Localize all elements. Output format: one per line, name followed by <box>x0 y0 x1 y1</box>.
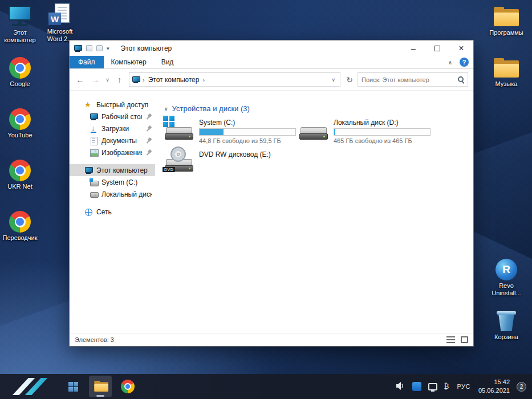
this-pc-icon <box>2 2 38 27</box>
refresh-button[interactable] <box>343 72 356 87</box>
breadcrumb-separator-icon <box>143 76 145 83</box>
up-button[interactable] <box>112 72 127 87</box>
folder-icon <box>488 2 525 27</box>
system-tray: ₿ РУС 15:42 05.06.2021 2 <box>395 378 529 395</box>
drive-tile-local-d[interactable]: Локальный диск (D:) 465 ГБ свободно из 4… <box>299 118 430 144</box>
desktop-icon-programs[interactable]: Программы <box>488 2 525 36</box>
search-box[interactable] <box>358 72 468 87</box>
desktop-icon-music[interactable]: Музыка <box>488 54 525 88</box>
status-bar: Элементов: 3 <box>70 333 473 346</box>
clock-time: 15:42 <box>478 378 510 386</box>
capacity-bar <box>199 128 296 136</box>
desktop-icon-youtube[interactable]: YouTube <box>2 105 38 139</box>
chrome-icon <box>2 156 38 181</box>
tab-view[interactable]: Вид <box>154 56 181 68</box>
quick-access-toolbar <box>74 44 109 52</box>
sidebar-item-drive-d[interactable]: Локальный диск (D:) <box>70 188 155 200</box>
items-count: Элементов: 3 <box>75 336 114 343</box>
desktop-icon <box>90 113 98 121</box>
pin-icon <box>144 148 153 157</box>
back-button[interactable] <box>73 72 87 87</box>
file-list: Устройства и диски (3) System (C:) 44,8 … <box>155 91 473 333</box>
this-pc-icon <box>84 166 93 174</box>
sidebar-item-drive-c[interactable]: System (C:) <box>70 176 155 188</box>
qat-customize-icon[interactable] <box>107 46 109 51</box>
sidebar-item-pictures[interactable]: Изображения <box>70 146 155 158</box>
minimize-button[interactable] <box>401 40 425 56</box>
chrome-icon <box>2 105 38 130</box>
group-collapse-icon[interactable] <box>164 106 168 112</box>
word-icon <box>42 1 78 26</box>
revo-icon <box>488 255 525 280</box>
desktop-icon-this-pc[interactable]: Этот компьютер <box>2 2 38 44</box>
sidebar-item-desktop[interactable]: Рабочий стол <box>70 111 155 123</box>
chrome-icon <box>2 207 38 233</box>
system-drive-icon <box>164 118 195 144</box>
maximize-icon <box>434 46 440 51</box>
drive-tile-system-c[interactable]: System (C:) 44,8 ГБ свободно из 59,5 ГБ <box>164 118 295 144</box>
desktop-icon-google[interactable]: Google <box>2 54 38 88</box>
explorer-folder-icon <box>94 381 107 392</box>
recent-locations-icon[interactable] <box>104 72 111 87</box>
pin-icon <box>144 124 153 133</box>
desktop-icon-revo[interactable]: Revo Uninstall... <box>488 255 525 297</box>
navigation-bar: Этот компьютер <box>70 69 473 91</box>
forward-button[interactable] <box>88 72 103 87</box>
sidebar-item-quick-access[interactable]: Быстрый доступ <box>70 99 155 111</box>
breadcrumb-separator-icon <box>202 76 205 83</box>
close-button[interactable] <box>449 40 473 56</box>
tab-computer[interactable]: Компьютер <box>104 56 154 68</box>
taskbar-clock[interactable]: 15:42 05.06.2021 <box>478 378 510 395</box>
sidebar-item-this-pc[interactable]: Этот компьютер <box>70 164 155 176</box>
windows-logo-icon <box>163 116 174 127</box>
folder-icon <box>488 54 525 79</box>
navigation-pane: Быстрый доступ Рабочий стол Загрузки Док… <box>70 91 155 333</box>
desktop-icon-translator[interactable]: Переводчик <box>2 207 38 242</box>
notification-badge[interactable]: 2 <box>517 382 526 392</box>
qat-new-folder-icon[interactable] <box>96 45 103 51</box>
ribbon-collapse-icon[interactable] <box>448 59 452 66</box>
help-icon[interactable]: ? <box>460 58 469 67</box>
dvd-badge: DVD <box>163 167 175 172</box>
taskbar-explorer-button[interactable] <box>89 376 112 397</box>
pictures-icon <box>90 149 98 157</box>
capacity-bar <box>334 128 431 136</box>
window-title: Этот компьютер <box>121 44 172 52</box>
taskbar-chrome-button[interactable] <box>116 376 139 397</box>
tray-display-icon[interactable] <box>428 383 437 390</box>
sidebar-item-network[interactable]: Сеть <box>70 206 155 218</box>
recycle-bin-icon <box>488 307 525 332</box>
windows-start-icon <box>68 382 78 392</box>
drive-tile-dvd-e[interactable]: DVD DVD RW дисковод (E:) <box>164 150 295 173</box>
taskbar-apps <box>62 376 139 397</box>
view-details-icon[interactable] <box>446 336 455 343</box>
minimize-icon <box>411 44 416 53</box>
desktop-icon-word[interactable]: Microsoft Word 2... <box>42 1 78 43</box>
search-icon[interactable] <box>457 76 465 84</box>
documents-icon <box>90 137 98 145</box>
drive-icon <box>299 118 330 144</box>
search-input[interactable] <box>362 76 457 83</box>
tray-currency-icon[interactable]: ₿ <box>444 382 449 390</box>
sidebar-item-documents[interactable]: Документы <box>70 135 155 146</box>
desktop-icon-recycle-bin[interactable]: Корзина <box>488 307 525 341</box>
desktop: Этот компьютер Microsoft Word 2... Googl… <box>0 0 532 399</box>
group-header-devices[interactable]: Устройства и диски (3) <box>164 104 473 113</box>
volume-icon[interactable] <box>395 381 405 392</box>
sidebar-item-downloads[interactable]: Загрузки <box>70 123 155 135</box>
breadcrumb-computer-icon <box>132 76 140 84</box>
address-bar[interactable]: Этот компьютер <box>129 72 340 87</box>
language-indicator[interactable]: РУС <box>456 383 472 390</box>
desktop-icon-ukrnet[interactable]: UKR Net <box>2 156 38 190</box>
address-dropdown-icon[interactable] <box>329 77 338 83</box>
start-button[interactable] <box>62 376 84 397</box>
maximize-button[interactable] <box>425 40 449 56</box>
view-thumbnails-icon[interactable] <box>461 336 468 343</box>
tray-app-icon[interactable] <box>412 382 421 391</box>
tab-file[interactable]: Файл <box>70 56 104 68</box>
pin-icon <box>144 112 153 121</box>
close-icon <box>458 43 464 54</box>
title-bar[interactable]: Этот компьютер <box>70 40 473 56</box>
qat-properties-icon[interactable] <box>86 45 92 51</box>
breadcrumb-this-pc[interactable]: Этот компьютер <box>147 76 201 84</box>
